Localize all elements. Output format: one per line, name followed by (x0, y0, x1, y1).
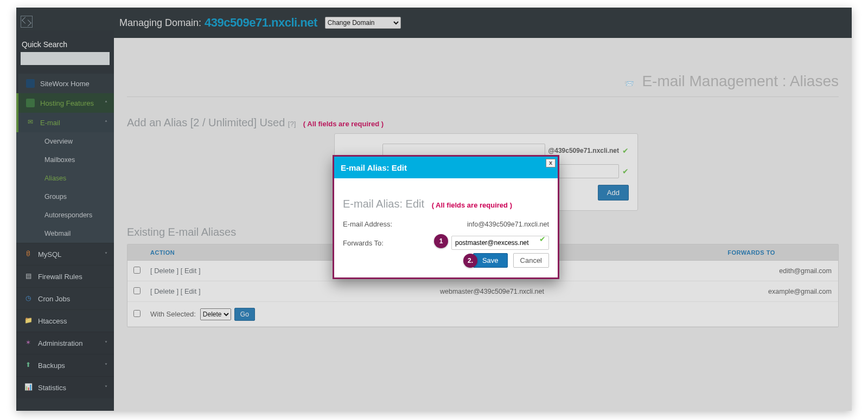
nav-email-autoresponders[interactable]: Autoresponders (16, 206, 114, 224)
active-domain: 439c509e71.nxcli.net (205, 16, 317, 30)
caret-icon: ˄ (105, 100, 107, 106)
caret-icon: ˅ (105, 363, 107, 369)
nav-cron[interactable]: ◷ Cron Jobs (16, 287, 114, 309)
quick-search-input[interactable] (21, 52, 110, 65)
dialog-heading: E-mail Alias: Edit ( All fields are requ… (343, 198, 549, 210)
add-alias-section-title: Add an Alias [2 / Unlimited] Used [?] ( … (127, 117, 839, 129)
close-icon[interactable]: x (546, 159, 556, 167)
edit-link[interactable]: [ Edit ] (181, 287, 201, 295)
logo-broken-image (21, 16, 33, 28)
add-button[interactable]: Add (598, 185, 629, 201)
dialog-titlebar: E-mail Alias: Edit x (334, 157, 558, 178)
row-email: webmaster@439c509e71.nxcli.net (320, 288, 665, 295)
admin-icon: ✶ (24, 339, 33, 347)
nav-email-webmail[interactable]: Webmail (16, 224, 114, 243)
bulk-action-label: With Selected: (150, 310, 196, 318)
edit-link[interactable]: [ Edit ] (181, 267, 201, 275)
dialog-body: E-mail Alias: Edit ( All fields are requ… (334, 178, 558, 277)
required-fields-note: ( All fields are required ) (432, 201, 512, 209)
required-fields-note: ( All fields are required ) (303, 120, 384, 128)
valid-check-icon: ✔ (539, 235, 546, 243)
nav-label: Firewall Rules (38, 273, 82, 281)
nav-email-aliases[interactable]: Aliases (16, 169, 114, 188)
backups-icon: ⬆ (24, 361, 33, 370)
row-forwards: edith@gmail.com (665, 267, 838, 275)
nav-label: Backups (38, 361, 65, 370)
email-address-value: info@439c509e71.nxcli.net (467, 221, 549, 228)
caret-icon: ˅ (105, 251, 107, 257)
email-alias-edit-dialog: E-mail Alias: Edit x E-mail Alias: Edit … (333, 155, 559, 279)
select-all-checkbox[interactable] (133, 310, 141, 317)
forwards-to-label: Forwards To: (343, 239, 384, 247)
home-icon (26, 79, 35, 88)
nav-label: Statistics (38, 384, 66, 392)
change-domain-select[interactable]: Change Domain (325, 17, 401, 29)
caret-icon: ˅ (105, 340, 107, 346)
help-icon[interactable]: [?] (288, 120, 296, 128)
dialog-heading-text: E-mail Alias: Edit (343, 198, 424, 210)
th-forwards: FORWARDS TO (665, 249, 838, 256)
add-alias-prefix: Add an Alias (127, 117, 190, 128)
row-checkbox[interactable] (133, 267, 141, 274)
bulk-action-row: With Selected: Delete Go (127, 302, 838, 327)
mail-icon: 📨 (624, 79, 634, 88)
forwards-to-field: Forwards To: ✔ 1 (343, 236, 549, 250)
nav-backups[interactable]: ⬆ Backups ˅ (16, 354, 114, 376)
mysql-icon: 🛢 (24, 250, 33, 259)
nav-label: E-mail (40, 119, 60, 127)
firewall-icon: ▤ (24, 272, 33, 281)
dialog-title: E-mail Alias: Edit (341, 163, 407, 172)
dialog-actions: 2. Save Cancel (343, 253, 549, 268)
nav-label: Cron Jobs (38, 295, 70, 303)
topbar: Managing Domain: 439c509e71.nxcli.net Ch… (16, 8, 852, 38)
nav-label: Administration (38, 339, 82, 347)
row-forwards: example@gmail.com (665, 288, 838, 295)
cron-icon: ◷ (24, 294, 33, 303)
htaccess-icon: 📁 (24, 316, 33, 325)
nav-statistics[interactable]: 📊 Statistics ˅ (16, 376, 114, 398)
domain-suffix: @439c509e71.nxcli.net (548, 147, 619, 154)
valid-check-icon: ✔ (622, 146, 629, 155)
nav-email-overview[interactable]: Overview (16, 132, 114, 151)
sidebar: Quick Search SiteWorx Home Hosting Featu… (16, 30, 114, 411)
quick-search-label: Quick Search (16, 38, 114, 52)
delete-link[interactable]: [ Delete ] (150, 287, 178, 295)
nav-label: Hosting Features (40, 99, 94, 107)
delete-link[interactable]: [ Delete ] (150, 267, 178, 275)
nav-email-mailboxes[interactable]: Mailboxes (16, 151, 114, 169)
cancel-button[interactable]: Cancel (513, 253, 549, 268)
forwards-to-input[interactable] (451, 236, 549, 250)
email-address-field: E-mail Address: info@439c509e71.nxcli.ne… (343, 220, 549, 228)
caret-icon: ˅ (105, 385, 107, 391)
page-title: 📨 E-mail Management : Aliases (624, 73, 839, 90)
annotation-1: 1 (434, 234, 448, 248)
nav-email[interactable]: ✉ E-mail ˄ (16, 113, 114, 132)
page-header: 📨 E-mail Management : Aliases (127, 51, 839, 97)
row-checkbox[interactable] (133, 287, 141, 294)
nav-label: SiteWorx Home (40, 80, 90, 88)
add-alias-usage: [2 / Unlimited] Used (190, 117, 285, 128)
email-address-label: E-mail Address: (343, 220, 392, 228)
go-button[interactable]: Go (234, 308, 255, 321)
th-action: ACTION (146, 249, 320, 256)
caret-icon: ˄ (105, 120, 107, 126)
nav-administration[interactable]: ✶ Administration ˅ (16, 332, 114, 354)
save-button[interactable]: Save (473, 253, 508, 268)
table-row: [ Delete ] [ Edit ] webmaster@439c509e71… (127, 281, 838, 302)
email-icon: ✉ (26, 118, 35, 127)
nav-hosting-features[interactable]: Hosting Features ˄ (16, 93, 114, 113)
managing-domain-label: Managing Domain: (119, 17, 201, 29)
nav-email-groups[interactable]: Groups (16, 188, 114, 206)
nav-label: Htaccess (38, 317, 67, 325)
bulk-action-select[interactable]: Delete (200, 308, 231, 320)
page-title-text: E-mail Management : Aliases (642, 73, 839, 89)
statistics-icon: 📊 (24, 383, 33, 392)
valid-check-icon: ✔ (622, 167, 629, 176)
nav-firewall[interactable]: ▤ Firewall Rules (16, 265, 114, 287)
nav-label: MySQL (38, 250, 61, 259)
nav-siteworx-home[interactable]: SiteWorx Home (16, 74, 114, 93)
hosting-icon (26, 99, 35, 107)
nav-htaccess[interactable]: 📁 Htaccess (16, 309, 114, 332)
nav-mysql[interactable]: 🛢 MySQL ˅ (16, 243, 114, 265)
